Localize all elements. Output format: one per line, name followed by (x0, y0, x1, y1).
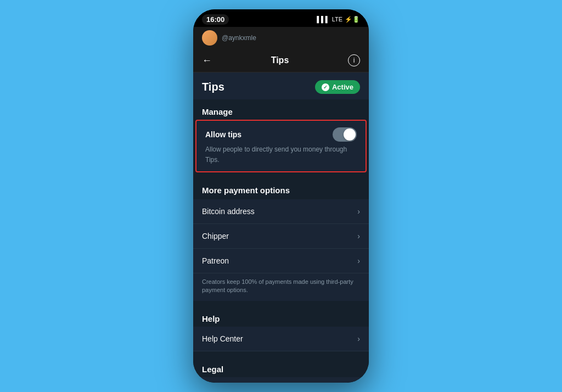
chipper-item[interactable]: Chipper › (193, 224, 369, 249)
status-time: 16:00 (202, 14, 229, 25)
allow-tips-row: Allow tips (205, 127, 357, 142)
allow-tips-toggle[interactable] (333, 127, 357, 142)
battery-icon: ⚡🔋 (345, 16, 360, 23)
check-icon (322, 83, 329, 91)
nav-bar: ← Tips i (193, 49, 369, 72)
payment-options-header: More payment options (193, 178, 369, 199)
help-center-chevron-icon: › (357, 334, 360, 343)
allow-tips-label: Allow tips (205, 130, 241, 139)
avatar (202, 30, 217, 46)
content-area: Tips Active Manage Allow tips Allow peop… (193, 72, 369, 383)
help-center-label: Help Center (202, 334, 243, 343)
page-title: Tips (202, 81, 224, 93)
back-button[interactable]: ← (202, 55, 212, 66)
chipper-label: Chipper (202, 232, 229, 240)
section-gap-1 (193, 172, 369, 178)
legal-section-header: Legal (193, 357, 369, 377)
phone-frame: 16:00 ▌▌▌ LTE ⚡🔋 @aynkxmle ← Tips i Tips… (193, 9, 369, 383)
patreon-chevron-icon: › (357, 256, 360, 265)
signal-icon: ▌▌▌ (317, 16, 329, 23)
status-bar: 16:00 ▌▌▌ LTE ⚡🔋 (193, 9, 369, 27)
username-label: @aynkxmle (222, 34, 256, 42)
tips-header: Tips Active (193, 72, 369, 99)
help-section-header: Help (193, 306, 369, 327)
active-badge: Active (315, 80, 360, 94)
allow-tips-section: Allow tips Allow people to directly send… (195, 120, 367, 172)
manage-section-header: Manage (193, 99, 369, 120)
network-label: LTE (332, 16, 342, 23)
section-gap-3 (193, 351, 369, 357)
info-button[interactable]: i (348, 54, 360, 66)
bitcoin-chevron-icon: › (357, 207, 360, 216)
payment-note: Creators keep 100% of payments made usin… (193, 273, 369, 301)
bitcoin-address-item[interactable]: Bitcoin address › (193, 199, 369, 224)
active-label: Active (332, 83, 353, 91)
section-gap-2 (193, 301, 369, 306)
status-icons: ▌▌▌ LTE ⚡🔋 (317, 16, 360, 23)
info-icon-label: i (353, 57, 355, 64)
allow-tips-description: Allow people to directly send you money … (205, 145, 347, 164)
profile-bar: @aynkxmle (193, 27, 369, 49)
patreon-item[interactable]: Patreon › (193, 249, 369, 273)
nav-title: Tips (271, 55, 289, 65)
monetization-policy-item[interactable]: General Monetization Policy › (193, 377, 369, 383)
toggle-knob (344, 128, 356, 141)
bitcoin-address-label: Bitcoin address (202, 207, 255, 216)
chipper-chevron-icon: › (357, 232, 360, 240)
help-center-item[interactable]: Help Center › (193, 327, 369, 351)
patreon-label: Patreon (202, 256, 229, 265)
